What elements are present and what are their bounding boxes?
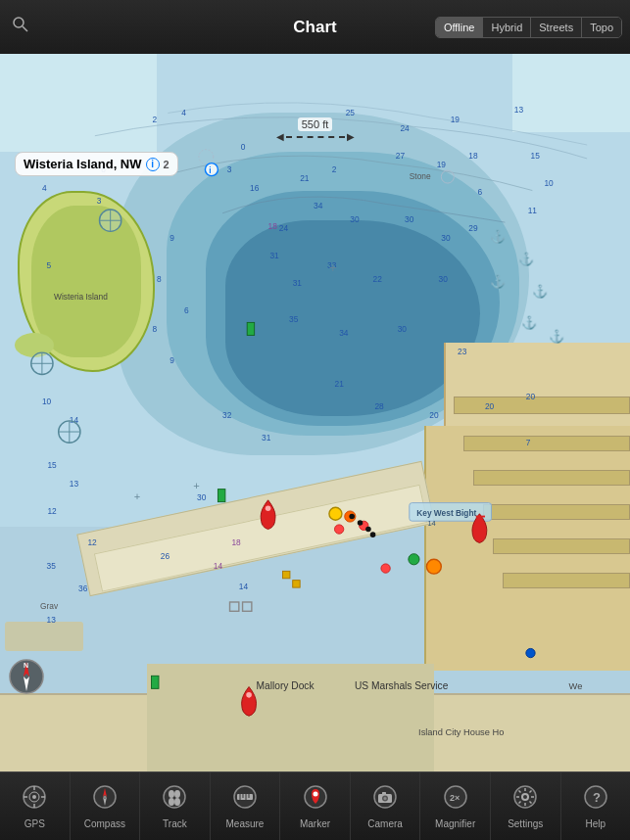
gps-icon [22,784,47,816]
bottom-item-camera[interactable]: Camera [351,772,421,840]
measure-icon [232,784,258,816]
bottom-item-track[interactable]: Track [140,772,211,840]
compass-icon [92,784,118,816]
marker-label: Marker [300,818,330,829]
bottom-item-settings[interactable]: Settings [491,772,561,840]
distance-arrow-right: ▶ [347,131,355,142]
svg-point-155 [384,797,387,800]
bottom-item-help[interactable]: ? Help [561,772,631,840]
help-label: Help [585,818,606,829]
magnifier-label: Magnifier [435,818,475,829]
bottom-item-marker[interactable]: Marker [280,772,351,840]
svg-text:N: N [24,662,28,669]
camera-label: Camera [367,818,403,829]
help-icon: ? [583,784,608,816]
settings-icon [512,784,538,816]
search-icon[interactable] [12,16,29,38]
svg-point-134 [32,795,36,799]
location-label[interactable]: Wisteria Island, NW i 2 [15,152,178,176]
svg-text:?: ? [593,790,601,805]
track-label: Track [163,818,187,829]
svg-point-142 [169,798,174,806]
svg-point-138 [103,795,106,798]
distance-arrow-left: ◀ [276,131,284,142]
settings-label: Settings [508,818,543,829]
svg-point-143 [174,798,180,806]
camera-icon [372,784,398,816]
gps-label: GPS [24,818,45,829]
map-canvas[interactable]: 18 18 14 2 4 25 24 19 13 18 15 10 19 27 … [0,54,630,771]
location-sublabel: 2 [164,159,170,170]
map-type-topo[interactable]: Topo [582,18,621,37]
measure-label: Measure [226,818,265,829]
svg-rect-156 [382,792,386,795]
map-type-selector: Offline Hybrid Streets Topo [435,17,622,38]
svg-point-151 [313,791,317,796]
bottom-item-compass[interactable]: Compass [71,772,141,840]
bottom-item-gps[interactable]: GPS [0,772,71,840]
magnifier-icon: 2× [443,784,468,816]
map-area[interactable]: 18 18 14 2 4 25 24 19 13 18 15 10 19 27 … [0,54,630,771]
map-type-hybrid[interactable]: Hybrid [483,18,531,37]
bottom-item-measure[interactable]: Measure [211,772,281,840]
svg-line-1 [23,26,27,31]
svg-point-141 [174,790,180,798]
bottom-bar: GPS Compass Track [0,771,630,840]
info-icon[interactable]: i [146,158,160,171]
distance-label: 550 ft [298,117,333,131]
distance-line [286,136,345,138]
location-name: Wisteria Island, NW [24,157,142,171]
page-title: Chart [293,18,336,37]
distance-indicator: 550 ft ◀ ▶ [276,117,355,142]
track-icon [162,784,187,816]
compass-rose[interactable]: N [8,658,43,693]
compass-label: Compass [84,818,125,829]
svg-point-139 [164,786,185,808]
svg-point-0 [14,18,24,27]
svg-point-161 [523,795,527,799]
svg-text:2×: 2× [450,793,460,803]
marker-icon [303,784,328,816]
svg-rect-145 [237,794,253,800]
map-type-streets[interactable]: Streets [531,18,582,37]
bottom-item-magnifier[interactable]: 2× Magnifier [420,772,491,840]
map-type-offline[interactable]: Offline [436,18,484,37]
svg-point-140 [169,790,174,798]
header: Chart Offline Hybrid Streets Topo [0,0,630,54]
